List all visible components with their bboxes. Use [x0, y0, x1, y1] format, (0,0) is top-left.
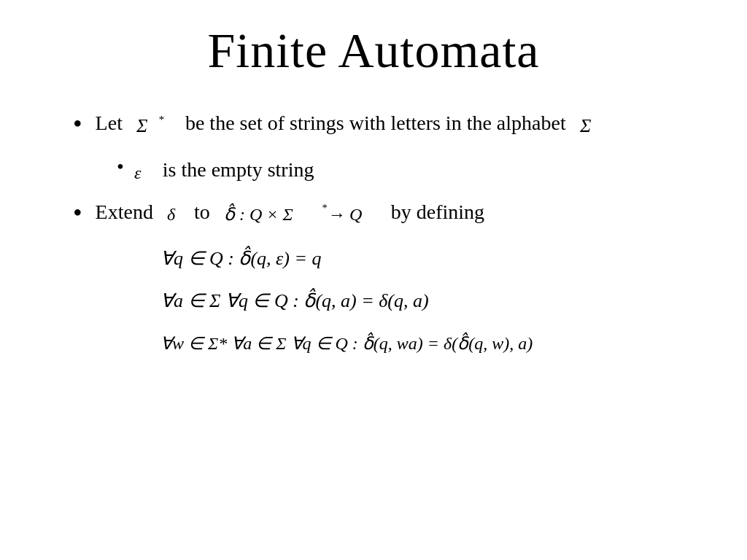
svg-text:→ Q: → Q [328, 205, 362, 224]
svg-text:δ̂ : Q × Σ: δ̂ : Q × Σ [224, 203, 293, 224]
sub-bullet-epsilon: • ε is the empty string [117, 155, 703, 184]
svg-text:Σ: Σ [580, 115, 592, 136]
sigma-star-svg: Σ * [136, 113, 171, 138]
slide-page: Finite Automata • Let Σ * be the set of … [0, 0, 747, 560]
math-sigma-alphabet: Σ [580, 109, 597, 137]
svg-text:ε: ε [134, 163, 142, 182]
bullet-dot-2: • [73, 195, 82, 231]
math-delta-hat-mapping: δ̂ : Q × Σ * → Q [224, 198, 377, 227]
svg-text:δ: δ [167, 205, 176, 224]
svg-text:*: * [158, 114, 164, 125]
formula-1-svg: ∀q ∈ Q : δ̂(q, ε) = q [160, 244, 336, 271]
math-sigma-star: Σ * [136, 109, 171, 138]
slide-content: • Let Σ * be the set of strings with let… [44, 109, 703, 355]
text-let: Let [96, 109, 123, 137]
text-be-the-set: be the set of strings with letters in th… [185, 109, 566, 137]
bullet-dot-1: • [73, 106, 82, 142]
slide-title: Finite Automata [44, 22, 703, 79]
bullet-dot-sub: • [117, 152, 124, 181]
svg-text:∀a ∈ Σ  ∀q ∈ Q  :  δ̂(q, a) = : ∀a ∈ Σ ∀q ∈ Q : δ̂(q, a) = δ(q, a) [160, 288, 429, 311]
epsilon-svg: ε [134, 161, 149, 183]
formula-1: ∀q ∈ Q : δ̂(q, ε) = q [160, 244, 703, 271]
svg-text:∀q ∈ Q : δ̂(q, ε) = q: ∀q ∈ Q : δ̂(q, ε) = q [160, 246, 322, 269]
delta-svg: δ [167, 203, 180, 225]
bullet-item-extend: • Extend δ to δ̂ : Q × Σ * [73, 198, 703, 231]
formulas-section: ∀q ∈ Q : δ̂(q, ε) = q ∀a ∈ Σ ∀q ∈ Q : δ̂… [160, 244, 703, 355]
formula-3-svg: ∀w ∈ Σ* ∀a ∈ Σ ∀q ∈ Q : δ̂(q, wa) = δ(δ̂… [160, 329, 729, 355]
bullet-text-extend: Extend δ to δ̂ : Q × Σ * → Q [96, 198, 484, 227]
svg-text:∀w ∈ Σ*  ∀a ∈ Σ  ∀q ∈ Q  :  δ̂: ∀w ∈ Σ* ∀a ∈ Σ ∀q ∈ Q : δ̂(q, wa) = δ(δ̂… [160, 332, 533, 353]
bullet-text-let: Let Σ * be the set of strings with lette… [96, 109, 597, 138]
formula-2-svg: ∀a ∈ Σ ∀q ∈ Q : δ̂(q, a) = δ(q, a) [160, 287, 481, 313]
text-extend: Extend [96, 198, 153, 226]
sigma-svg: Σ [580, 114, 597, 136]
bullet-item-let: • Let Σ * be the set of strings with let… [73, 109, 703, 142]
math-epsilon: ε [134, 155, 149, 184]
text-empty-string: is the empty string [163, 155, 314, 184]
svg-text:*: * [322, 203, 327, 214]
formula-2: ∀a ∈ Σ ∀q ∈ Q : δ̂(q, a) = δ(q, a) [160, 287, 703, 313]
text-to: to [194, 198, 210, 226]
text-by-defining: by defining [391, 198, 484, 226]
sub-bullet-text-epsilon: ε is the empty string [134, 155, 314, 184]
formula-3: ∀w ∈ Σ* ∀a ∈ Σ ∀q ∈ Q : δ̂(q, wa) = δ(δ̂… [160, 329, 703, 355]
svg-text:Σ: Σ [136, 115, 148, 136]
delta-hat-mapping-svg: δ̂ : Q × Σ * → Q [224, 201, 377, 226]
math-delta-small: δ [167, 198, 180, 226]
